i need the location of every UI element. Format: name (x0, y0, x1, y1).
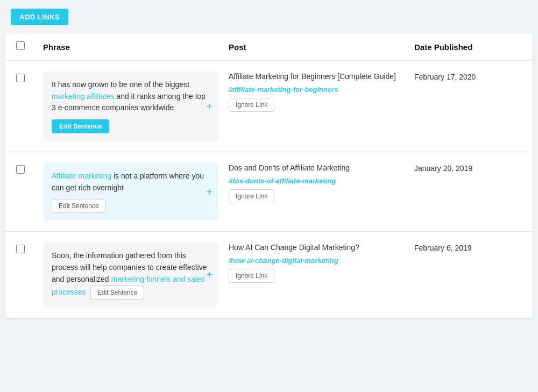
row-1-post-url[interactable]: /affiliate-marketing-for-beginners (229, 85, 404, 94)
row-3-checkbox[interactable] (16, 245, 25, 253)
row-2-post-cell: Dos and Don'ts of Affiliate Marketing /d… (229, 163, 414, 203)
row-2-post-title: Dos and Don'ts of Affiliate Marketing (229, 163, 404, 174)
table-row: It has now grown to be one of the bigges… (5, 61, 533, 152)
row-1-phrase-cell: It has now grown to be one of the bigges… (43, 72, 229, 141)
checkbox-header-cell (16, 41, 43, 52)
row-2-phrase-link[interactable]: Affiliate marketing (52, 172, 111, 180)
row-3-ignore-link-button[interactable]: Ignore Link (229, 269, 274, 283)
row-1-date: February 17, 2020 (414, 72, 522, 81)
row-2-date: January 20, 2019 (414, 163, 522, 173)
row-2-post-url[interactable]: /dos-donts-of-affiliate-marketing (229, 177, 404, 185)
table-row: Soon, the information gathered from this… (5, 232, 533, 318)
top-bar: ADD LINKS (0, 0, 538, 34)
row-1-phrase-box: It has now grown to be one of the bigges… (43, 72, 218, 141)
add-links-button[interactable]: ADD LINKS (11, 9, 68, 25)
table-header: Phrase Post Date Published (5, 34, 533, 61)
row-3-post-url[interactable]: /how-ai-change-digital-marketing (229, 256, 404, 265)
row-3-edit-sentence-button[interactable]: Edit Sentence (90, 286, 145, 300)
row-1-checkbox[interactable] (16, 74, 25, 82)
row-2-edit-sentence-button[interactable]: Edit Sentence (52, 199, 106, 213)
row-1-post-title: Affiliate Marketing for Beginners [Compl… (229, 72, 404, 82)
row-3-plus-button[interactable]: + (206, 269, 213, 280)
row-1-ignore-link-button[interactable]: Ignore Link (229, 98, 274, 112)
row-2-phrase-text: Affiliate marketing is not a platform wh… (52, 170, 209, 194)
select-all-checkbox[interactable] (16, 41, 25, 50)
row-1-plus-button[interactable]: + (206, 101, 213, 112)
table-row: Affiliate marketing is not a platform wh… (5, 152, 533, 232)
date-column-header: Date Published (414, 42, 522, 52)
row-3-phrase-text: Soon, the information gathered from this… (52, 250, 209, 299)
row-1-phrase-link[interactable]: marketing affiliates (52, 92, 114, 101)
row-3-phrase-box: Soon, the information gathered from this… (43, 243, 218, 307)
row-2-plus-button[interactable]: + (206, 187, 213, 197)
row-1-edit-sentence-button[interactable]: Edit Sentence (52, 119, 109, 133)
row-3-post-title: How AI Can Change Digital Marketing? (229, 243, 404, 253)
row-3-post-cell: How AI Can Change Digital Marketing? /ho… (229, 243, 414, 283)
row-3-checkbox-cell (16, 243, 43, 253)
row-2-phrase-box: Affiliate marketing is not a platform wh… (43, 163, 218, 220)
row-2-checkbox[interactable] (16, 165, 25, 174)
row-1-post-cell: Affiliate Marketing for Beginners [Compl… (229, 72, 414, 112)
row-1-checkbox-cell (16, 72, 43, 82)
row-2-checkbox-cell (16, 163, 43, 174)
row-3-date: February 6, 2019 (414, 243, 522, 252)
row-1-phrase-text: It has now grown to be one of the bigges… (52, 79, 209, 114)
row-2-phrase-cell: Affiliate marketing is not a platform wh… (43, 163, 229, 220)
links-table: Phrase Post Date Published It has now gr… (5, 34, 533, 318)
phrase-column-header: Phrase (43, 42, 229, 52)
post-column-header: Post (229, 42, 414, 52)
row-3-phrase-cell: Soon, the information gathered from this… (43, 243, 229, 307)
row-2-ignore-link-button[interactable]: Ignore Link (229, 189, 274, 203)
